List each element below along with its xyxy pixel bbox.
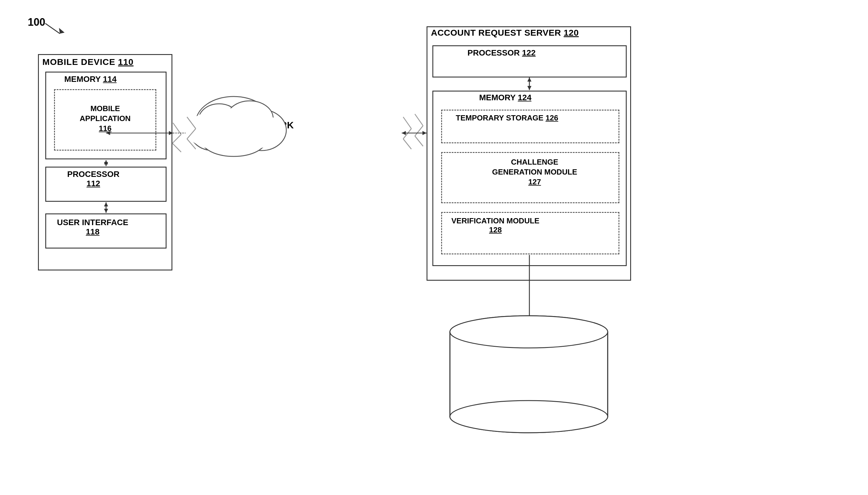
svg-line-9 bbox=[173, 123, 181, 135]
svg-marker-1 bbox=[57, 28, 65, 35]
svg-line-19 bbox=[415, 126, 423, 136]
processor-mobile-title: PROCESSOR 112 bbox=[67, 170, 120, 188]
temp-storage-title: TEMPORARY STORAGE 126 bbox=[456, 114, 558, 122]
challenge-gen-title: CHALLENGEGENERATION MODULE127 bbox=[451, 157, 618, 187]
mobile-device-title: MOBILE DEVICE 110 bbox=[42, 57, 134, 67]
memory-server-title: MEMORY 124 bbox=[479, 93, 531, 102]
svg-point-6 bbox=[199, 104, 240, 136]
figure-number: 100 bbox=[28, 16, 45, 28]
svg-line-20 bbox=[415, 136, 423, 146]
svg-line-13 bbox=[187, 129, 196, 139]
svg-marker-32 bbox=[402, 131, 406, 135]
svg-line-15 bbox=[403, 117, 411, 129]
svg-line-16 bbox=[403, 129, 411, 139]
svg-line-11 bbox=[172, 143, 181, 152]
svg-point-3 bbox=[190, 113, 237, 151]
svg-line-10 bbox=[172, 135, 181, 143]
database-label: ONLINE ACCOUNTDATABASE130 bbox=[464, 386, 579, 421]
svg-point-40 bbox=[450, 316, 608, 348]
processor-server-title: PROCESSOR 122 bbox=[467, 48, 535, 57]
svg-marker-38 bbox=[527, 323, 531, 327]
svg-line-14 bbox=[187, 139, 196, 149]
svg-line-0 bbox=[45, 23, 60, 34]
server-title: ACCOUNT REQUEST SERVER 120 bbox=[431, 28, 579, 38]
svg-marker-33 bbox=[423, 131, 427, 135]
svg-point-46 bbox=[450, 316, 608, 348]
mobile-app-title: MOBILEAPPLICATION116 bbox=[64, 104, 146, 133]
svg-line-12 bbox=[187, 117, 196, 129]
svg-line-17 bbox=[403, 139, 411, 149]
ui-title: USER INTERFACE 118 bbox=[57, 218, 128, 237]
memory-title: MEMORY 114 bbox=[64, 74, 117, 84]
svg-line-18 bbox=[415, 114, 423, 126]
verification-title: VERIFICATION MODULE 128 bbox=[451, 216, 539, 235]
network-label: NETWORK 150 bbox=[245, 120, 294, 141]
